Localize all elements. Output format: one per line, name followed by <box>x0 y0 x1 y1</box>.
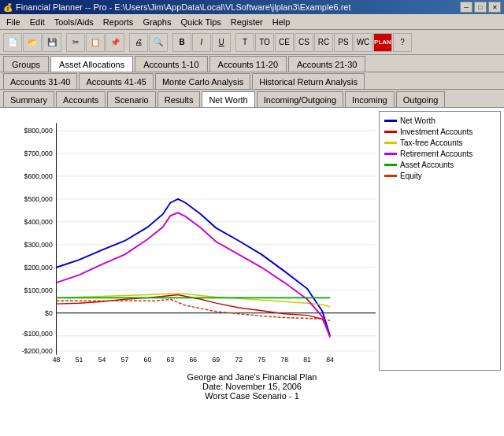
svg-text:81: 81 <box>303 356 311 364</box>
tab-historical-return[interactable]: Historical Return Analysis <box>252 73 365 89</box>
svg-text:-$200,000: -$200,000 <box>22 347 53 355</box>
svg-text:$100,000: $100,000 <box>24 286 53 294</box>
tab-accounts-21-30[interactable]: Accounts 21-30 <box>288 56 365 72</box>
toolbar-help2[interactable]: ? <box>393 33 412 52</box>
svg-text:75: 75 <box>258 356 265 364</box>
minimize-button[interactable]: ─ <box>460 2 472 13</box>
tab-accounts-1-10[interactable]: Accounts 1-10 <box>135 56 207 72</box>
svg-text:$700,000: $700,000 <box>24 150 53 157</box>
toolbar-new[interactable]: 📄 <box>3 33 22 52</box>
menu-help[interactable]: Help <box>268 16 295 28</box>
tab-groups[interactable]: Groups <box>3 56 49 72</box>
title-bar: 💰 Financial Planner -- Pro - E:\Users\Ji… <box>0 0 504 14</box>
svg-text:66: 66 <box>189 356 197 364</box>
svg-text:-$100,000: -$100,000 <box>22 330 53 338</box>
window-title: Financial Planner -- Pro - E:\Users\Jim\… <box>16 2 460 12</box>
svg-text:72: 72 <box>235 356 243 364</box>
tabs-row1: Groups Asset Allocations Accounts 1-10 A… <box>0 55 504 72</box>
chart-panel: $800,000 $700,000 $600,000 $500,000 $400… <box>0 108 504 436</box>
svg-text:51: 51 <box>76 356 83 364</box>
toolbar-copy[interactable]: 📋 <box>86 33 105 52</box>
chart-footer: George and Jane's Financial Plan Date: N… <box>3 371 501 404</box>
svg-text:63: 63 <box>167 356 175 364</box>
footer-line2: Date: November 15, 2006 <box>3 382 501 391</box>
menu-tools[interactable]: Tools/Aids <box>50 16 98 28</box>
menu-reports[interactable]: Reports <box>98 16 139 28</box>
toolbar: 📄 📂 💾 ✂ 📋 📌 🖨 🔍 B I U T TO CE CS RC PS W… <box>0 30 504 55</box>
tab-net-worth[interactable]: Net Worth <box>202 91 254 107</box>
app-icon: 💰 <box>3 3 13 12</box>
svg-text:48: 48 <box>53 356 61 364</box>
legend-equity: Equity <box>384 172 495 180</box>
tab-outgoing[interactable]: Outgoing <box>396 91 446 107</box>
toolbar-preview[interactable]: 🔍 <box>149 33 168 52</box>
legend-net-worth: Net Worth <box>384 116 495 125</box>
toolbar-save[interactable]: 💾 <box>43 33 61 52</box>
toolbar-open[interactable]: 📂 <box>23 33 42 52</box>
svg-text:$300,000: $300,000 <box>24 241 53 249</box>
tab-scenario[interactable]: Scenario <box>107 91 155 107</box>
chart-svg: $800,000 $700,000 $600,000 $500,000 $400… <box>3 111 376 371</box>
toolbar-to[interactable]: TO <box>255 33 274 52</box>
svg-text:$600,000: $600,000 <box>24 172 53 180</box>
menu-edit[interactable]: Edit <box>25 16 50 28</box>
footer-line3: Worst Case Scenario - 1 <box>3 391 501 401</box>
svg-text:69: 69 <box>212 356 220 364</box>
toolbar-logo[interactable]: PLAN <box>373 33 392 52</box>
toolbar-rc[interactable]: RC <box>314 33 333 52</box>
toolbar-wc[interactable]: WC <box>354 33 372 52</box>
toolbar-i[interactable]: I <box>192 33 211 52</box>
toolbar-cs[interactable]: CS <box>295 33 313 52</box>
tab-accounts-41-45[interactable]: Accounts 41-45 <box>79 73 153 89</box>
chart-area-wrapper: $800,000 $700,000 $600,000 $500,000 $400… <box>3 111 501 371</box>
chart-legend: Net Worth Investment Accounts Tax-free A… <box>379 111 501 371</box>
chart-with-axis: $800,000 $700,000 $600,000 $500,000 $400… <box>3 111 376 371</box>
main-content: Summary Accounts Scenario Results Net Wo… <box>0 90 504 436</box>
svg-text:60: 60 <box>144 356 152 364</box>
legend-taxfree: Tax-free Accounts <box>384 139 495 147</box>
toolbar-ce[interactable]: CE <box>275 33 294 52</box>
tab-asset-allocations[interactable]: Asset Allocations <box>50 56 133 72</box>
tabs-row2: Accounts 31-40 Accounts 41-45 Monte Carl… <box>0 72 504 90</box>
menu-register[interactable]: Register <box>226 16 268 28</box>
menu-graphs[interactable]: Graphs <box>138 16 176 28</box>
svg-text:$200,000: $200,000 <box>24 264 53 272</box>
menu-bar: File Edit Tools/Aids Reports Graphs Quic… <box>0 14 504 30</box>
svg-text:78: 78 <box>280 356 288 364</box>
svg-text:84: 84 <box>326 356 334 364</box>
toolbar-cut[interactable]: ✂ <box>66 33 85 52</box>
svg-text:57: 57 <box>121 356 129 364</box>
tab-accounts[interactable]: Accounts <box>56 91 106 107</box>
tab-monte-carlo[interactable]: Monte Carlo Analysis <box>155 73 250 89</box>
tab-incoming-outgoing[interactable]: Incoming/Outgoing <box>257 91 343 107</box>
toolbar-paste[interactable]: 📌 <box>106 33 124 52</box>
tab-accounts-11-20[interactable]: Accounts 11-20 <box>209 56 287 72</box>
footer-line1: George and Jane's Financial Plan <box>3 372 501 382</box>
tab-results[interactable]: Results <box>158 91 201 107</box>
toolbar-u[interactable]: U <box>212 33 231 52</box>
legend-retirement: Retirement Accounts <box>384 150 495 158</box>
svg-text:$800,000: $800,000 <box>24 127 53 135</box>
legend-asset: Asset Accounts <box>384 161 495 169</box>
svg-text:$500,000: $500,000 <box>24 195 53 203</box>
toolbar-print[interactable]: 🖨 <box>129 33 148 52</box>
toolbar-t[interactable]: T <box>235 33 254 52</box>
tab-incoming[interactable]: Incoming <box>345 91 395 107</box>
svg-text:54: 54 <box>98 356 106 364</box>
svg-text:$0: $0 <box>45 309 53 317</box>
legend-investment: Investment Accounts <box>384 127 495 136</box>
svg-text:$400,000: $400,000 <box>24 218 53 226</box>
maximize-button[interactable]: □ <box>474 2 487 13</box>
menu-file[interactable]: File <box>2 16 25 28</box>
toolbar-ps[interactable]: PS <box>334 33 353 52</box>
menu-quicktips[interactable]: Quick Tips <box>176 16 225 28</box>
close-button[interactable]: ✕ <box>488 2 501 13</box>
tab-summary[interactable]: Summary <box>3 91 54 107</box>
toolbar-b[interactable]: B <box>172 33 191 52</box>
tab-accounts-31-40[interactable]: Accounts 31-40 <box>3 73 77 89</box>
window-controls: ─ □ ✕ <box>460 2 501 13</box>
tabs-row3: Summary Accounts Scenario Results Net Wo… <box>0 90 504 108</box>
